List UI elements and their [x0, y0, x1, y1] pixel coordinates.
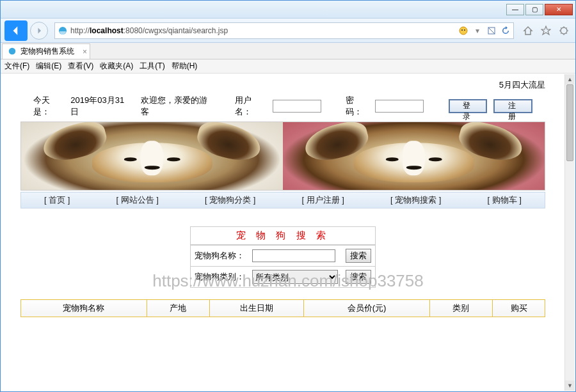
username-label: 用户名：: [235, 95, 266, 118]
today-value: 2019年03月31日: [70, 95, 128, 118]
search-cat-label: 宠物狗类别：: [191, 267, 248, 288]
tab-title: 宠物狗销售系统: [20, 46, 74, 57]
compat-icon[interactable]: [458, 26, 468, 36]
ie-icon: [58, 26, 68, 36]
tab-bar: 宠物狗销售系统 ×: [1, 43, 575, 59]
register-button[interactable]: 注 册: [493, 99, 532, 113]
browser-toolbar: http://localhost:8080/cwgxs/qiantai/sear…: [1, 19, 575, 43]
search-cat-button[interactable]: 搜索: [346, 270, 371, 284]
username-input[interactable]: [273, 100, 321, 113]
svg-point-2: [461, 29, 463, 31]
refresh-icon[interactable]: [500, 26, 511, 36]
scroll-thumb[interactable]: [566, 84, 573, 161]
page-break-icon[interactable]: [486, 26, 497, 36]
col-birth: 出生日期: [209, 300, 303, 317]
menu-favorites[interactable]: 收藏夹(A): [100, 61, 133, 72]
marquee-text: 5月四大流星: [20, 78, 545, 92]
window-titlebar: — ▢ ✕: [1, 1, 575, 19]
banner-image-right: [283, 122, 545, 190]
ie-icon: [8, 47, 18, 57]
scroll-up-icon[interactable]: ▲: [565, 74, 575, 84]
arrow-right-icon: [35, 27, 43, 35]
tab-close-icon[interactable]: ×: [83, 47, 87, 56]
welcome-text: 欢迎您，亲爱的游客: [141, 95, 211, 118]
col-price: 会员价(元): [304, 300, 430, 317]
menu-help[interactable]: 帮助(H): [172, 61, 198, 72]
search-box-title: 宠 物 狗 搜 索: [191, 227, 375, 245]
nav-notice[interactable]: [ 网站公告 ]: [116, 194, 159, 206]
search-cat-select[interactable]: 所有类别: [252, 270, 338, 284]
search-name-input[interactable]: [252, 249, 335, 262]
banner-image-left: [21, 122, 283, 190]
col-buy: 购买: [493, 300, 545, 317]
menu-edit[interactable]: 编辑(E): [36, 61, 61, 72]
nav-userreg[interactable]: [ 用户注册 ]: [302, 194, 344, 206]
nav-category[interactable]: [ 宠物狗分类 ]: [205, 194, 255, 206]
col-origin: 产地: [147, 300, 209, 317]
menu-file[interactable]: 文件(F): [4, 61, 29, 72]
nav-search[interactable]: [ 宠物狗搜索 ]: [390, 194, 441, 206]
search-box: 宠 物 狗 搜 索 宠物狗名称： 搜索 宠物狗类别： 所有类别 搜索: [190, 226, 376, 288]
browser-tab[interactable]: 宠物狗销售系统 ×: [2, 43, 90, 59]
menu-view[interactable]: 查看(V): [68, 61, 93, 72]
svg-point-6: [9, 47, 16, 54]
nav-home[interactable]: [ 首页 ]: [44, 194, 70, 206]
today-label: 今天是：: [33, 95, 64, 118]
password-label: 密码：: [346, 95, 369, 118]
result-table: 宠物狗名称 产地 出生日期 会员价(元) 类别 购买: [20, 299, 545, 317]
forward-button[interactable]: [30, 22, 48, 40]
search-name-label: 宠物狗名称：: [191, 246, 248, 267]
top-login-row: 今天是： 2019年03月31日 欢迎您，亲爱的游客 用户名： 密码： 登 录 …: [20, 92, 545, 120]
menu-bar: 文件(F) 编辑(E) 查看(V) 收藏夹(A) 工具(T) 帮助(H): [1, 59, 575, 74]
home-icon[interactable]: [523, 26, 533, 36]
favorites-icon[interactable]: [541, 26, 551, 36]
col-name: 宠物狗名称: [21, 300, 147, 317]
vertical-scrollbar[interactable]: ▲ ▼: [564, 74, 575, 391]
menu-tools[interactable]: 工具(T): [140, 61, 164, 72]
search-name-button[interactable]: 搜索: [346, 249, 371, 263]
url-text: http://localhost:8080/cwgxs/qiantai/sear…: [70, 26, 458, 35]
maximize-button[interactable]: ▢: [525, 4, 543, 15]
back-button[interactable]: [4, 20, 28, 41]
nav-cart[interactable]: [ 购物车 ]: [488, 194, 522, 206]
close-button[interactable]: ✕: [545, 4, 573, 15]
scroll-down-icon[interactable]: ▼: [565, 380, 575, 391]
svg-point-1: [460, 27, 467, 35]
arrow-left-icon: [10, 25, 22, 36]
main-nav: [ 首页 ] [ 网站公告 ] [ 宠物狗分类 ] [ 用户注册 ] [ 宠物狗…: [20, 192, 545, 208]
address-bar[interactable]: http://localhost:8080/cwgxs/qiantai/sear…: [54, 22, 514, 39]
minimize-button[interactable]: —: [506, 4, 524, 15]
password-input[interactable]: [375, 100, 424, 113]
banner: [20, 122, 545, 191]
dropdown-icon[interactable]: ▾: [472, 26, 483, 36]
svg-point-3: [464, 29, 465, 31]
col-cat: 类别: [429, 300, 492, 317]
login-button[interactable]: 登 录: [449, 99, 488, 113]
tools-icon[interactable]: [559, 26, 569, 36]
